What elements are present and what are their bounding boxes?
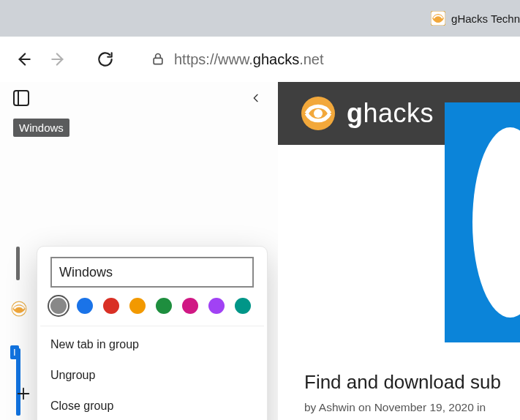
main-area: Windows I (0, 82, 520, 420)
url-host: ghacks (253, 51, 299, 67)
vertical-tabs-sidebar: Windows I (0, 82, 278, 420)
menu-ungroup[interactable]: Ungroup (37, 360, 267, 391)
collapse-sidebar-button[interactable] (246, 88, 266, 108)
color-swatch-red[interactable] (103, 298, 119, 314)
page-content: ghacks Find and download sub by Ashwin o… (278, 82, 520, 420)
hero-image-panel (445, 102, 520, 342)
color-swatch-purple[interactable] (208, 298, 225, 314)
tab-group-label[interactable]: Windows (13, 119, 69, 137)
byline-author[interactable]: Ashwin (319, 401, 355, 413)
tab-item[interactable] (10, 300, 28, 318)
byline-in: in (474, 401, 486, 413)
color-swatch-blue[interactable] (77, 298, 93, 314)
tab-favicon (10, 300, 28, 318)
lock-icon (151, 52, 165, 67)
color-swatch-green[interactable] (156, 298, 172, 314)
vertical-tabs-icon[interactable] (13, 90, 29, 106)
url-text: https://www.ghacks.net (174, 51, 324, 68)
article-byline: by Ashwin on November 19, 2020 in (304, 401, 520, 414)
menu-close-group[interactable]: Close group (37, 391, 267, 420)
article-headline: Find and download sub (304, 371, 520, 394)
site-logo-icon (300, 95, 336, 132)
group-color-picker (37, 298, 267, 326)
window-titlebar: gHacks Techn (0, 0, 520, 37)
url-scheme: https://www. (174, 51, 253, 67)
hero-circle-graphic (472, 127, 520, 318)
site-logo-rest: hacks (363, 98, 434, 128)
svg-point-4 (314, 109, 323, 118)
group-name-input[interactable] (50, 257, 254, 288)
forward-button (42, 43, 75, 75)
window-title: gHacks Techn (451, 12, 520, 25)
byline-on: on (355, 401, 374, 413)
sidebar-topbar (0, 82, 278, 114)
menu-divider (40, 326, 264, 326)
tab-group-context-menu: New tab in group Ungroup Close group Mov… (37, 246, 268, 420)
color-swatch-pink[interactable] (182, 298, 198, 314)
browser-toolbar: https://www.ghacks.net (0, 37, 520, 82)
new-tab-button[interactable] (7, 378, 39, 410)
site-logo-bold: g (347, 98, 363, 128)
svg-rect-1 (154, 58, 162, 64)
window-favicon (431, 11, 445, 26)
byline-prefix: by (304, 401, 319, 413)
color-swatch-gray[interactable] (50, 298, 67, 314)
site-logo-text: ghacks (347, 98, 434, 129)
tab-group-indicator (16, 247, 20, 280)
address-bar[interactable]: https://www.ghacks.net (142, 43, 513, 75)
back-button[interactable] (7, 43, 39, 75)
article-meta: Find and download sub by Ashwin on Novem… (304, 371, 520, 414)
color-swatch-orange[interactable] (129, 298, 146, 314)
url-tld: .net (299, 51, 323, 67)
refresh-button[interactable] (89, 43, 121, 75)
byline-date: November 19, 2020 (374, 401, 474, 413)
color-swatch-teal[interactable] (235, 298, 251, 314)
menu-new-tab-in-group[interactable]: New tab in group (37, 329, 267, 360)
